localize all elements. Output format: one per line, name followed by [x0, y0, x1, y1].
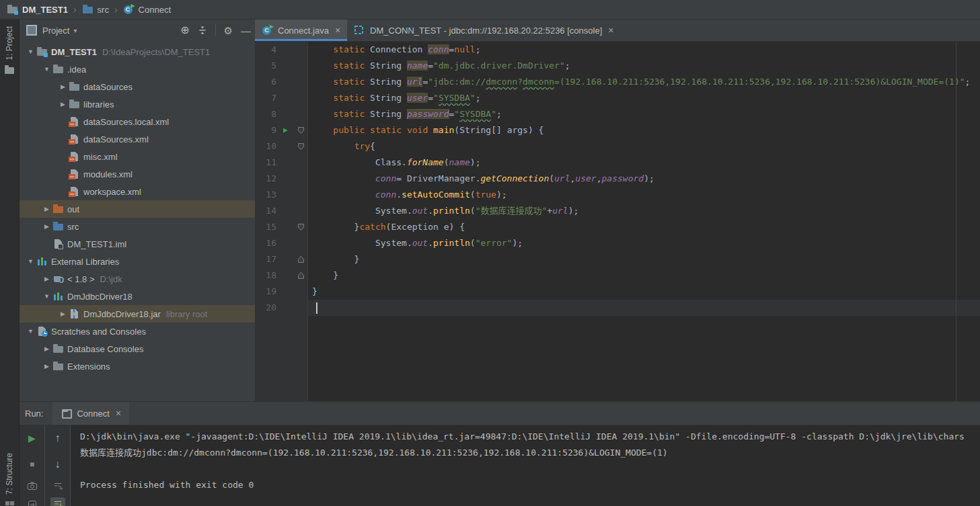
tree-item-dmjdbcdriver18-jar[interactable]: ▶DmJdbcDriver18.jarlibrary root: [20, 305, 255, 323]
project-panel-title[interactable]: Project: [42, 26, 69, 36]
chevron-collapsed-icon[interactable]: ▶: [57, 101, 69, 108]
project-tool-icon[interactable]: [5, 67, 14, 74]
chevron-down-icon[interactable]: ▾: [73, 27, 77, 34]
chevron-collapsed-icon[interactable]: ▶: [57, 83, 69, 90]
code-editor[interactable]: 4 static Connection conn=null;5 static S…: [255, 42, 980, 401]
run-toolbar: ▶■ ↑↓: [20, 425, 71, 506]
chevron-collapsed-icon[interactable]: ▶: [41, 206, 52, 212]
tree-item-dm-test1-iml[interactable]: DM_TEST1.iml: [20, 235, 255, 253]
breadcrumb-item-src[interactable]: src: [82, 4, 109, 15]
tool-window-button-structure[interactable]: 7: Structure: [5, 453, 14, 495]
down-stack-icon[interactable]: ↓: [50, 457, 65, 472]
tree-item-out[interactable]: ▶out: [20, 200, 255, 218]
run-tab-connect[interactable]: Connect ×: [52, 402, 129, 425]
fold-region-icon[interactable]: [297, 142, 305, 151]
tree-item-datasources-xml[interactable]: <>dataSources.xml: [20, 130, 255, 148]
editor-tab-connect-java[interactable]: C▶Connect.java×: [255, 19, 347, 41]
xml-icon: <>: [69, 116, 80, 127]
xml-icon: <>: [69, 134, 80, 144]
iml-icon: [52, 239, 64, 249]
run-gutter-icon[interactable]: ▶: [283, 122, 288, 138]
console-line-1: D:\jdk\bin\java.exe "-javaagent:D:\IDE\I…: [80, 429, 980, 445]
gear-icon[interactable]: ⚙: [224, 26, 233, 36]
tree-item-extensions[interactable]: ▶Extensions: [20, 357, 255, 375]
tree-item-1-8[interactable]: ▶< 1.8 >D:\jdk: [20, 270, 255, 288]
code-line-16[interactable]: 16 System.out.println("error");: [255, 235, 980, 251]
line-number: 19: [255, 284, 282, 300]
tree-item-datasources[interactable]: ▶dataSources: [20, 78, 255, 95]
tree-item-dmjdbcdriver18[interactable]: ▼DmJdbcDriver18: [20, 288, 255, 305]
code-line-12[interactable]: 12 conn= DriverManager.getConnection(url…: [255, 171, 980, 187]
tree-item-idea[interactable]: ▼.idea: [20, 60, 255, 78]
chevron-expanded-icon[interactable]: ▼: [41, 66, 52, 73]
close-icon[interactable]: ×: [335, 25, 340, 36]
tool-window-button-project[interactable]: 1: Project: [5, 26, 14, 60]
tree-item-datasources-local-xml[interactable]: <>dataSources.local.xml: [20, 113, 255, 130]
project-folder-icon: [7, 4, 18, 15]
tool-window-switcher-icon[interactable]: [5, 501, 14, 506]
code-line-8[interactable]: 8 static String password="SYSDBA";: [255, 106, 980, 122]
fold-region-icon[interactable]: [297, 223, 305, 231]
breadcrumb-item-dm-test1[interactable]: DM_TEST1: [7, 4, 68, 15]
tree-item-scratches-and-consoles[interactable]: ▼Scratches and Consoles: [20, 323, 255, 340]
chevron-expanded-icon[interactable]: ▼: [41, 293, 52, 300]
chevron-collapsed-icon[interactable]: ▶: [41, 276, 52, 282]
code-line-10[interactable]: 10 try{: [255, 138, 980, 155]
collapse-all-icon[interactable]: [198, 26, 207, 35]
chevron-collapsed-icon[interactable]: ▶: [41, 363, 52, 370]
breadcrumb-item-connect[interactable]: C▶Connect: [123, 4, 171, 15]
fold-region-icon[interactable]: [297, 126, 305, 134]
code-line-4[interactable]: 4 static Connection conn=null;: [255, 42, 980, 58]
soft-wrap-icon[interactable]: [50, 478, 65, 493]
chevron-collapsed-icon[interactable]: ▶: [57, 310, 69, 317]
tree-item-misc-xml[interactable]: <>misc.xml: [20, 148, 255, 165]
camera-icon[interactable]: [25, 478, 40, 493]
rerun-icon[interactable]: ▶: [25, 431, 40, 446]
chevron-collapsed-icon[interactable]: ▶: [41, 223, 52, 230]
tree-item-modules-xml[interactable]: <>modules.xml: [20, 165, 255, 183]
code-line-20[interactable]: 20: [255, 300, 980, 316]
right-margin-guide: [956, 42, 956, 401]
line-number: 11: [255, 155, 282, 171]
chevron-expanded-icon[interactable]: ▼: [25, 48, 36, 55]
chevron-expanded-icon[interactable]: ▼: [25, 258, 36, 265]
up-stack-icon[interactable]: ↑: [50, 431, 65, 446]
exit-icon[interactable]: [25, 497, 40, 506]
fold-end-icon[interactable]: [297, 271, 305, 280]
editor-tab-dm-conn-test[interactable]: DM_CONN_TEST - jdbc:dm://192.168.20.22:5…: [347, 19, 620, 41]
project-tree: ▼DM_TEST1D:\IdeaProjects\DM_TEST1▼.idea▶…: [20, 41, 255, 401]
ide-window: DM_TEST1›src›C▶Connect 1: Project 7: Str…: [0, 0, 980, 506]
chevron-collapsed-icon[interactable]: ▶: [41, 345, 52, 352]
scroll-to-end-icon[interactable]: [50, 497, 65, 506]
code-line-19[interactable]: 19}: [255, 284, 980, 300]
code-line-6[interactable]: 6 static String url="jdbc:dm://dmconn?dm…: [255, 74, 980, 90]
close-icon[interactable]: ×: [116, 408, 121, 419]
code-line-5[interactable]: 5 static String name="dm.jdbc.driver.DmD…: [255, 58, 980, 74]
folder-excluded-icon: [52, 204, 64, 214]
tree-item-libraries[interactable]: ▶libraries: [20, 95, 255, 113]
tab-label: DM_CONN_TEST - jdbc:dm://192.168.20.22:5…: [370, 26, 602, 36]
code-line-15[interactable]: 15 }catch(Exception e) {: [255, 219, 980, 235]
line-number: 6: [255, 74, 282, 90]
tree-item-src[interactable]: ▶src: [20, 218, 255, 235]
fold-end-icon[interactable]: [297, 255, 305, 263]
tree-item-external-libraries[interactable]: ▼External Libraries: [20, 253, 255, 270]
close-icon[interactable]: ×: [608, 25, 613, 36]
tree-item-database-consoles[interactable]: ▶Database Consoles: [20, 340, 255, 357]
stop-icon[interactable]: ■: [25, 457, 40, 472]
code-line-7[interactable]: 7 static String user="SYSDBA";: [255, 90, 980, 106]
locate-icon[interactable]: ⊕: [180, 25, 189, 36]
tree-item-workspace-xml[interactable]: <>workspace.xml: [20, 183, 255, 200]
code-line-9[interactable]: 9▶ public static void main(String[] args…: [255, 122, 980, 138]
chevron-expanded-icon[interactable]: ▼: [25, 328, 36, 335]
code-line-11[interactable]: 11 Class.forName(name);: [255, 155, 980, 171]
code-line-14[interactable]: 14 System.out.println("数据库连接成功"+url);: [255, 203, 980, 219]
breadcrumb-separator: ›: [114, 4, 118, 15]
code-line-13[interactable]: 13 conn.setAutoCommit(true);: [255, 187, 980, 203]
code-line-17[interactable]: 17 }: [255, 251, 980, 267]
run-console-output[interactable]: D:\jdk\bin\java.exe "-javaagent:D:\IDE\I…: [71, 425, 980, 506]
project-panel: Project ▾ ⊕⚙— ▼DM_TEST1D:\IdeaProjects\D…: [20, 19, 255, 401]
tree-item-dm-test1[interactable]: ▼DM_TEST1D:\IdeaProjects\DM_TEST1: [20, 43, 255, 60]
code-line-18[interactable]: 18 }: [255, 267, 980, 284]
hide-panel-icon[interactable]: —: [241, 26, 251, 36]
